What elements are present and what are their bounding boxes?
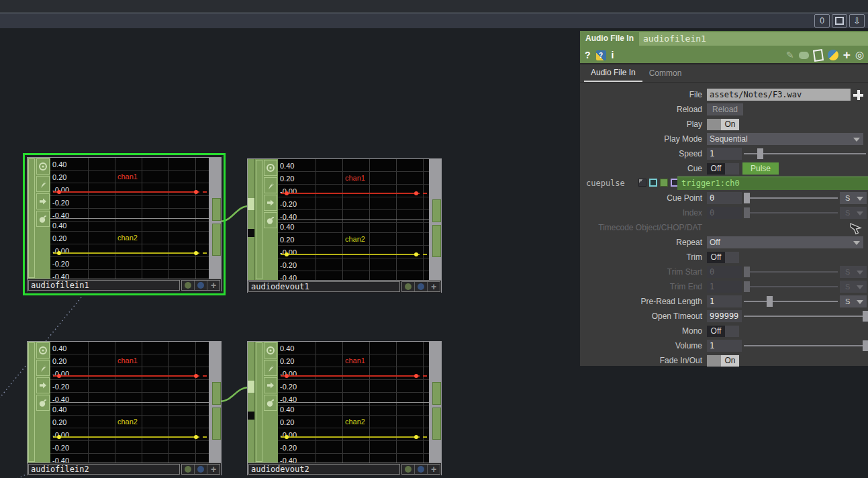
- node-name[interactable]: audiodevout2: [248, 464, 400, 475]
- node-audiofilein1[interactable]: 0.400.20-0.00-0.20-0.40 chan1 0.400.20-0…: [27, 157, 222, 291]
- cue-pulse-button[interactable]: Pulse: [742, 162, 779, 175]
- node-name[interactable]: audiofilein2: [28, 464, 180, 475]
- play-toggle[interactable]: On: [707, 119, 739, 130]
- opentimeout-slider[interactable]: [744, 311, 866, 322]
- render-flag-button[interactable]: [182, 465, 194, 474]
- cue-toggle[interactable]: Off: [707, 163, 739, 175]
- node-add-button[interactable]: +: [427, 282, 440, 291]
- wire-filein2-devout2[interactable]: [220, 387, 249, 401]
- operator-name-field[interactable]: audiofilein1: [639, 32, 868, 46]
- tab-audio-file-in[interactable]: Audio File In: [584, 64, 642, 82]
- volume-field[interactable]: 1: [707, 340, 742, 352]
- speed-slider[interactable]: [744, 148, 866, 159]
- file-browse-button[interactable]: [853, 89, 864, 101]
- comment-icon[interactable]: [799, 52, 809, 59]
- display-flag-button[interactable]: [194, 281, 207, 290]
- output-connector-2[interactable]: [212, 224, 221, 256]
- viewer-flag[interactable]: [36, 158, 50, 175]
- cook-flag[interactable]: [264, 360, 277, 376]
- file-path-field[interactable]: assets/Notes/F3.wav: [707, 89, 851, 101]
- chop-viewer[interactable]: 0.400.20-0.00-0.20-0.40 chan1 0.400.20-0…: [50, 342, 209, 463]
- info-icon[interactable]: i: [612, 50, 614, 60]
- copy-icon[interactable]: [813, 49, 824, 62]
- mode-export-icon[interactable]: [660, 179, 668, 187]
- cuepoint-field[interactable]: 0: [707, 192, 742, 204]
- node-add-button[interactable]: +: [427, 465, 440, 474]
- index-field: 0: [707, 207, 742, 219]
- render-flag-button[interactable]: [402, 465, 414, 474]
- cook-flag[interactable]: [264, 177, 277, 193]
- channel2-label: chan2: [345, 235, 365, 243]
- output-connector-2[interactable]: [432, 225, 441, 257]
- node-add-button[interactable]: +: [207, 465, 220, 474]
- bypass-flag[interactable]: [36, 377, 50, 393]
- repeat-dropdown[interactable]: Off: [707, 236, 863, 248]
- viewer-flag[interactable]: [36, 342, 50, 358]
- preread-slider[interactable]: [744, 296, 838, 307]
- output-connector-2[interactable]: [432, 408, 441, 440]
- preread-field[interactable]: 1: [707, 295, 742, 307]
- preread-unit-dropdown[interactable]: S: [840, 295, 867, 307]
- tick-row: -0.40: [278, 454, 429, 463]
- lock-flag[interactable]: [264, 212, 277, 228]
- node-audiodevout2[interactable]: 0.400.20-0.00-0.20-0.40 chan1 0.400.20-0…: [247, 341, 442, 475]
- opentimeout-field[interactable]: 999999: [707, 310, 742, 322]
- mode-expression-icon[interactable]: [649, 179, 657, 187]
- edit-icon[interactable]: ✎: [786, 50, 794, 60]
- viewer-flag[interactable]: [264, 342, 277, 358]
- lock-flag[interactable]: [36, 395, 50, 411]
- display-flag-button[interactable]: [414, 282, 427, 291]
- volume-slider[interactable]: [744, 340, 866, 351]
- render-flag-button[interactable]: [402, 282, 414, 291]
- lock-flag[interactable]: [264, 395, 277, 411]
- chop-viewer[interactable]: 0.400.20-0.00-0.20-0.40 chan1 0.400.20-0…: [50, 158, 209, 279]
- chop-viewer[interactable]: 0.400.20-0.00-0.20-0.40 chan1 0.400.20-0…: [278, 159, 429, 280]
- node-audiofilein2[interactable]: 0.400.20-0.00-0.20-0.40 chan1 0.400.20-0…: [27, 341, 222, 475]
- add-parameter-icon[interactable]: +: [843, 50, 851, 60]
- cook-flag[interactable]: [36, 360, 50, 376]
- input-connector[interactable]: [248, 381, 254, 393]
- bypass-flag[interactable]: [264, 195, 277, 211]
- speed-field[interactable]: 1: [707, 148, 742, 160]
- python-help-icon[interactable]: ?: [596, 50, 606, 60]
- cuepoint-slider[interactable]: [744, 193, 838, 203]
- node-add-button[interactable]: +: [207, 281, 220, 290]
- mono-toggle[interactable]: Off: [707, 326, 739, 337]
- cook-flag[interactable]: [36, 176, 50, 192]
- render-flag-button[interactable]: [182, 281, 194, 290]
- python-icon[interactable]: [828, 50, 838, 60]
- viewer-flag[interactable]: [264, 160, 277, 176]
- bypass-flag[interactable]: [264, 377, 277, 393]
- flag-strip[interactable]: [256, 342, 262, 462]
- tick-row: 0.40: [278, 220, 429, 233]
- bypass-flag[interactable]: [36, 193, 50, 209]
- help-icon[interactable]: ?: [585, 50, 591, 60]
- cuepoint-unit-dropdown[interactable]: S: [840, 192, 867, 204]
- trim-toggle[interactable]: Off: [707, 252, 739, 263]
- output-connector-1[interactable]: [432, 199, 441, 222]
- output-strip: [429, 159, 441, 280]
- mode-constant-icon[interactable]: [638, 179, 646, 187]
- node-name[interactable]: audiofilein1: [28, 280, 180, 291]
- playmode-dropdown[interactable]: Sequential: [707, 133, 863, 145]
- input-connector[interactable]: [248, 198, 254, 210]
- fade-toggle[interactable]: On: [707, 355, 739, 367]
- node-name[interactable]: audiodevout1: [248, 281, 400, 292]
- output-connector-2[interactable]: [212, 408, 221, 440]
- tab-common[interactable]: Common: [642, 64, 689, 82]
- cuepulse-export-field[interactable]: trigger1:ch0: [677, 177, 868, 190]
- chop-viewer[interactable]: 0.400.20-0.00-0.20-0.40 chan1 0.400.20-0…: [278, 342, 429, 463]
- flag-strip[interactable]: [28, 158, 35, 278]
- output-connector-1[interactable]: [212, 198, 221, 221]
- wire-filein1-devout1[interactable]: [220, 206, 249, 222]
- display-flag-button[interactable]: [194, 465, 207, 474]
- output-connector-1[interactable]: [432, 382, 441, 405]
- target-icon[interactable]: ◎: [855, 49, 864, 61]
- flag-strip[interactable]: [28, 342, 35, 462]
- display-flag-button[interactable]: [414, 465, 427, 474]
- node-audiodevout1[interactable]: 0.400.20-0.00-0.20-0.40 chan1 0.400.20-0…: [247, 158, 442, 293]
- reload-button[interactable]: Reload: [707, 103, 743, 115]
- output-connector-1[interactable]: [212, 382, 221, 405]
- lock-flag[interactable]: [36, 211, 50, 227]
- flag-strip[interactable]: [256, 160, 262, 279]
